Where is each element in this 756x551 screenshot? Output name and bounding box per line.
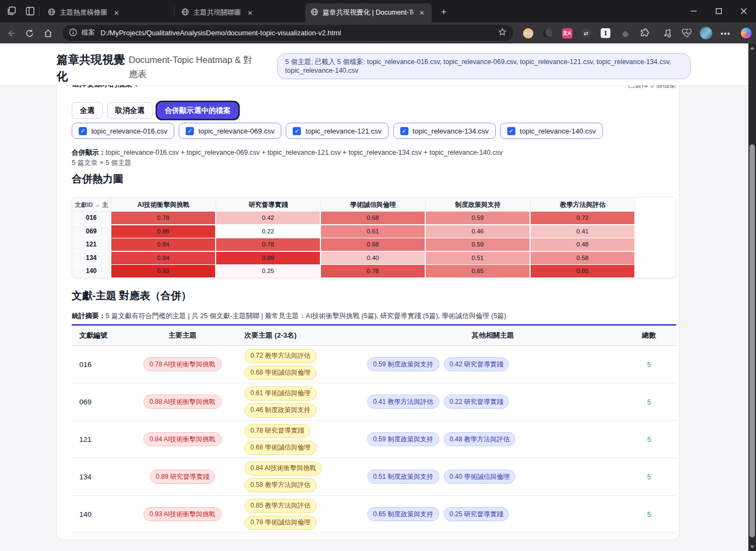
tab-close-icon[interactable]: ✕ — [245, 8, 255, 18]
tab-document-topic-active[interactable]: 篇章共現視覺化 | Document-Topi ✕ — [305, 3, 432, 22]
heatmap-cell: 0.68 — [321, 212, 425, 224]
total-count: 5 — [622, 435, 676, 444]
url-scheme-label: 檔案 — [81, 28, 95, 37]
dark-mode-moon-icon[interactable] — [541, 27, 554, 40]
heatmap-cell: 0.84 — [111, 238, 215, 251]
other-topic-pill: 0.22 研究督導實踐 — [444, 395, 509, 409]
browser-toolbar: 檔案 D:/MyProjects/QualitativeAnalysisDemo… — [0, 22, 756, 43]
other-topics-cell: 0.51 制度政策與支持0.40 學術誠信與倫理 — [364, 470, 622, 484]
translate-extension-icon[interactable]: 文A — [560, 27, 574, 40]
secondary-topics-cell: 0.72 教學方法與評估0.68 學術誠信與倫理 — [235, 349, 364, 380]
heatmap-cell: 0.51 — [426, 252, 530, 264]
tab-topic-heat-bar[interactable]: 主題熱度橫條圖 ✕ — [42, 3, 172, 22]
heatmap-cell: 0.41 — [531, 225, 634, 238]
profile-avatar[interactable] — [700, 27, 713, 40]
file-checkbox-topic_relevance-140.csv[interactable]: ✓topic_relevance-140.csv — [500, 123, 603, 139]
bookmark-star-icon[interactable] — [498, 28, 507, 38]
tab-divider — [39, 7, 40, 16]
select-all-button[interactable]: 全選 — [72, 102, 103, 119]
media-note-extension-icon[interactable] — [661, 27, 674, 40]
window-maximize-button[interactable] — [706, 0, 731, 22]
primary-topic-cell: 0.89 研究督導實踐 — [130, 470, 235, 484]
total-count: 5 — [622, 510, 676, 518]
page-info-icon[interactable] — [69, 28, 77, 38]
scrollbar[interactable] — [748, 43, 756, 551]
heatmap-row-id: 140 — [72, 265, 110, 277]
secondary-topic-pill: 0.61 學術誠信與倫理 — [244, 387, 317, 401]
merge-info-files: topic_relevance-016.csv + topic_relevanc… — [106, 149, 503, 156]
more-menu-icon[interactable]: ••• — [719, 27, 732, 40]
tab-close-icon[interactable]: ✕ — [112, 8, 122, 18]
mapping-stats-text: 5 篇文獻有符合門檻的主題 | 共 25 個文獻-主題關聯 | 最常見主題：AI… — [106, 312, 507, 320]
window-close-button[interactable] — [731, 0, 756, 22]
address-bar[interactable]: 檔案 D:/MyProjects/QualitativeAnalysisDemo… — [62, 25, 513, 41]
heatmap-header-row: 文獻ID → 主題AI技術衝擊與挑戰研究督導實踐學術誠信與倫理制度政策與支持教學… — [72, 198, 676, 212]
doc-id: 121 — [72, 435, 130, 444]
tab-topic-cooccurrence[interactable]: 主題共現關聯圖 ✕ — [176, 3, 303, 22]
col-secondary-topics: 次要主題 (2-3名) — [235, 331, 364, 340]
heatmap-cell: 0.68 — [321, 238, 425, 251]
extension-avatar-icon[interactable] — [521, 27, 534, 40]
heatmap-cell: 0.59 — [426, 212, 530, 224]
file-checkbox-topic_relevance-016.csv[interactable]: ✓topic_relevance-016.csv — [72, 123, 174, 139]
heatmap-cell: 0.59 — [426, 238, 530, 251]
globe-icon — [311, 8, 318, 17]
chevron-stack-extension-icon[interactable] — [619, 27, 632, 40]
other-topic-pill: 0.59 制度政策與支持 — [367, 357, 439, 371]
heatmap-row-134: 1340.840.890.400.510.58 — [72, 252, 676, 265]
primary-topic-pill: 0.84 AI技術衝擊與挑戰 — [143, 432, 221, 446]
extensions-puzzle-icon[interactable] — [638, 27, 651, 40]
file-controls: 全選 取消全選 合併顯示選中的檔案 — [72, 102, 238, 119]
scroll-down-arrow-icon[interactable] — [750, 546, 754, 548]
heatmap-col-header: 制度政策與支持 — [426, 198, 531, 212]
capital-i-extension-icon[interactable]: I — [599, 27, 612, 40]
vertical-tabs-icon[interactable] — [24, 5, 36, 17]
secondary-topic-pill: 0.58 教學方法與評估 — [244, 478, 317, 492]
file-checkbox-topic_relevance-134.csv[interactable]: ✓topic_relevance-134.csv — [393, 123, 496, 139]
primary-topic-cell: 0.93 AI技術衝擊與挑戰 — [130, 507, 235, 521]
secondary-topics-cell: 0.85 教學方法與評估0.78 學術誠信與倫理 — [235, 499, 364, 530]
total-count: 5 — [622, 398, 676, 406]
checkbox-checked-icon[interactable]: ✓ — [400, 127, 408, 135]
checkbox-checked-icon[interactable]: ✓ — [507, 127, 515, 135]
secondary-topics-cell: 0.61 學術誠信與倫理0.46 制度政策與支持 — [235, 387, 364, 417]
other-topic-pill: 0.42 研究督導實踐 — [444, 357, 509, 371]
heatmap-col-header: AI技術衝擊與挑戰 — [111, 198, 216, 212]
checkbox-checked-icon[interactable]: ✓ — [293, 127, 301, 135]
primary-topic-cell: 0.84 AI技術衝擊與挑戰 — [130, 432, 235, 446]
tab-close-icon[interactable]: ✕ — [418, 8, 426, 18]
copilot-icon[interactable] — [740, 27, 753, 40]
scrollbar-thumb[interactable] — [749, 144, 755, 537]
tab-title: 篇章共現視覺化 | Document-Topi — [323, 8, 413, 17]
checkbox-checked-icon[interactable]: ✓ — [186, 127, 194, 135]
mapping-stats-label: 統計摘要： — [72, 312, 106, 320]
refresh-icon[interactable] — [23, 27, 36, 40]
file-checkbox-topic_relevance-121.csv[interactable]: ✓topic_relevance-121.csv — [286, 123, 388, 139]
window-minimize-button[interactable] — [681, 0, 706, 22]
deselect-all-button[interactable]: 取消全選 — [107, 102, 153, 119]
dark-circle-extension-icon[interactable]: ⇄ — [579, 27, 593, 40]
status-pill: 5 個主題; 已載入 5 個檔案: topic_relevance-016.cs… — [277, 53, 691, 79]
secondary-topic-pill: 0.46 制度政策與支持 — [244, 403, 317, 417]
other-topic-pill: 0.41 教學方法與評估 — [367, 395, 439, 409]
heatmap-title: 合併熱力圖 — [72, 172, 123, 186]
heatmap-col-header: 研究督導實踐 — [216, 198, 321, 212]
new-tab-button[interactable]: + — [438, 6, 450, 18]
heatmap-row-id: 016 — [72, 212, 110, 224]
secondary-topic-pill: 0.78 研究督導實踐 — [244, 424, 310, 438]
merge-display-button[interactable]: 合併顯示選中的檔案 — [157, 102, 238, 119]
back-icon[interactable] — [4, 27, 17, 40]
scroll-up-arrow-icon[interactable] — [750, 47, 754, 49]
file-checkbox-topic_relevance-069.csv[interactable]: ✓topic_relevance-069.csv — [179, 123, 281, 139]
checkbox-checked-icon[interactable]: ✓ — [79, 127, 87, 135]
page-content: 選擇要顯示的檔案： 已選擇 5 個檔案 全選 取消全選 合併顯示選中的檔案 ✓t… — [0, 43, 756, 551]
health-pulse-extension-icon[interactable] — [680, 27, 693, 40]
heatmap-table: 文獻ID → 主題AI技術衝擊與挑戰研究督導實踐學術誠信與倫理制度政策與支持教學… — [72, 197, 676, 278]
doc-id: 140 — [72, 510, 130, 518]
primary-topic-pill: 0.88 AI技術衝擊與挑戰 — [143, 395, 221, 409]
col-total: 總數 — [622, 331, 676, 340]
tab-activity-icon[interactable] — [5, 5, 17, 17]
home-icon[interactable] — [41, 27, 54, 40]
heatmap-cell: 0.22 — [216, 225, 320, 238]
heatmap-col-header: 學術誠信與倫理 — [321, 198, 426, 212]
